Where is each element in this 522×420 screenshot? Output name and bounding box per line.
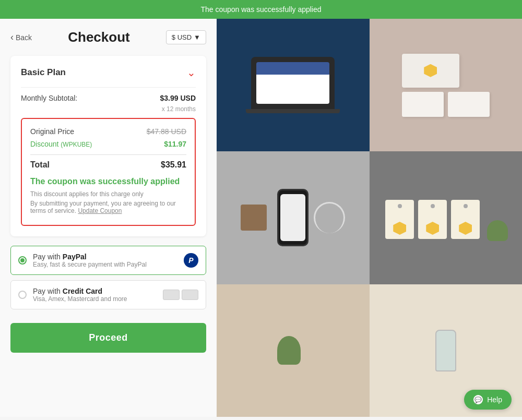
biz-card-small-2 [448, 92, 490, 117]
help-button[interactable]: Help [464, 390, 512, 410]
total-value: $35.91 [161, 160, 186, 170]
payment-options: Pay with PayPal Easy, fast & secure paym… [10, 246, 206, 309]
tag-3 [451, 200, 480, 239]
total-label: Total [30, 160, 50, 170]
grid-cell-phone [217, 151, 370, 284]
proceed-button[interactable]: Proceed [10, 323, 206, 353]
paypal-sublabel: Easy, fast & secure payment with PayPal [33, 261, 147, 268]
discount-label: Discount (WPKUBE) [30, 140, 92, 148]
paypal-logo: P [184, 253, 198, 268]
bottle [435, 330, 456, 371]
coupon-note-2: By submitting your payment, you are agre… [30, 200, 186, 214]
monthly-subtotal-row: Monthly Subtotal: $3.99 USD [21, 94, 196, 102]
help-label: Help [487, 395, 502, 404]
discount-row: Discount (WPKUBE) $11.97 [30, 140, 186, 148]
credit-text: Pay with Credit Card Visa, Amex, Masterc… [33, 287, 127, 303]
grid-cell-cards [370, 19, 523, 151]
coupon-note-1: This discount applies for this charge on… [30, 190, 186, 198]
discount-value: $11.97 [164, 140, 186, 148]
discount-code: (WPKUBE) [61, 141, 92, 148]
laptop-mockup [251, 57, 335, 109]
biz-card-small-1 [402, 92, 444, 117]
coupon-success-message: The coupon was successfully applied [30, 177, 186, 186]
monthly-subtotal-value: $3.99 USD [160, 94, 196, 102]
original-price-value: $47.88 USD [147, 127, 186, 136]
tag-2 [418, 200, 447, 239]
credit-card-radio[interactable] [18, 291, 27, 299]
page-title: Checkout [68, 29, 129, 45]
earphones [314, 202, 345, 233]
total-row: Total $35.91 [30, 160, 186, 170]
credit-sublabel: Visa, Amex, Mastercard and more [33, 295, 127, 303]
left-panel: Back Checkout $ USD ▼ Basic Plan ⌄ Month… [0, 19, 217, 417]
card-icon-1 [163, 290, 180, 300]
plan-header: Basic Plan ⌄ [21, 66, 196, 79]
notification-text: The coupon was successfully applied [200, 5, 321, 14]
paypal-option[interactable]: Pay with PayPal Easy, fast & secure paym… [10, 246, 206, 275]
grid-cell-plant [217, 284, 370, 417]
paypal-radio[interactable] [18, 256, 27, 265]
grid-cell-tags [370, 151, 523, 284]
plan-collapse-icon[interactable]: ⌄ [187, 66, 196, 79]
right-panel [217, 19, 522, 417]
credit-left: Pay with Credit Card Visa, Amex, Masterc… [18, 287, 127, 303]
paypal-icon: P [184, 253, 198, 268]
paypal-bold: PayPal [63, 253, 87, 261]
back-button[interactable]: Back [10, 32, 32, 43]
grid-cell-laptop [217, 19, 370, 151]
plan-card: Basic Plan ⌄ Monthly Subtotal: $3.99 USD… [10, 56, 206, 236]
notification-bar: The coupon was successfully applied [0, 0, 522, 19]
biz-card-large [402, 54, 459, 88]
card-icon-2 [182, 290, 198, 300]
help-chat-icon [473, 395, 483, 404]
currency-dropdown[interactable]: $ USD ▼ [166, 30, 206, 44]
update-coupon-link[interactable]: Update Coupon [78, 207, 122, 214]
credit-card-option[interactable]: Pay with Credit Card Visa, Amex, Masterc… [10, 280, 206, 309]
plant-box [241, 205, 267, 231]
coupon-box: Original Price $47.88 USD Discount (WPKU… [21, 118, 196, 226]
tag-1 [385, 200, 414, 239]
phone-mockup [277, 189, 309, 246]
plant-tag [487, 220, 508, 241]
hex-logo-card [424, 64, 437, 77]
months-note: x 12 months [21, 105, 196, 113]
credit-bold: Credit Card [63, 287, 102, 295]
monthly-subtotal-label: Monthly Subtotal: [21, 94, 77, 102]
card-icons [163, 290, 198, 300]
original-price-row: Original Price $47.88 USD [30, 127, 186, 136]
original-price-label: Original Price [30, 127, 74, 136]
checkout-header: Back Checkout $ USD ▼ [10, 29, 206, 45]
plan-name: Basic Plan [21, 67, 66, 78]
plant-small [277, 336, 301, 365]
paypal-text: Pay with PayPal Easy, fast & secure paym… [33, 253, 147, 268]
paypal-left: Pay with PayPal Easy, fast & secure paym… [18, 253, 147, 268]
